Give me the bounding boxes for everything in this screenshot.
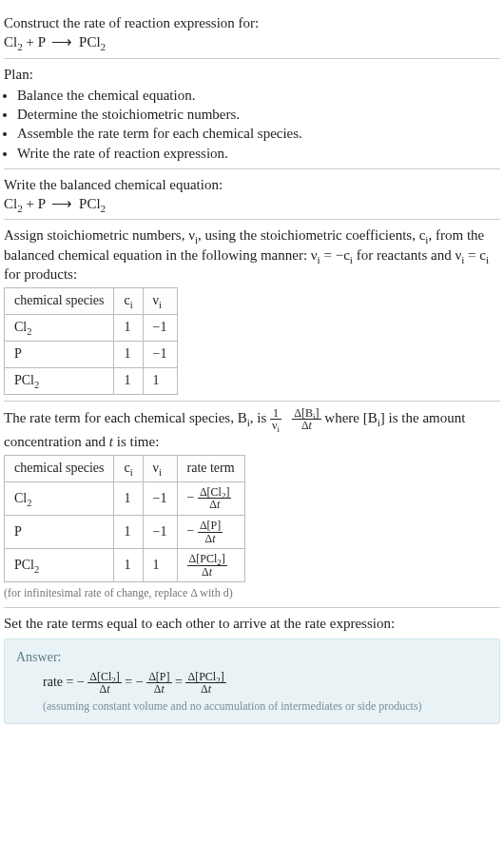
answer-box: Answer: rate = − Δ[Cl2] Δt = − Δ[P] Δt = bbox=[4, 638, 500, 724]
cell-species: PCl2 bbox=[5, 367, 114, 394]
col-species: chemical species bbox=[5, 288, 114, 315]
assumption-note: (assuming constant volume and no accumul… bbox=[16, 698, 488, 714]
cell-species: P bbox=[5, 341, 114, 367]
col-nu: νi bbox=[143, 456, 177, 482]
frac-num: Δ[P] bbox=[198, 520, 223, 533]
frac-num: 1 bbox=[270, 407, 281, 421]
frac-num: Δ[Bi] bbox=[292, 407, 320, 421]
table-row: Cl2 1 −1 bbox=[5, 314, 178, 341]
final-intro: Set the rate terms equal to each other t… bbox=[4, 614, 500, 633]
cell-nu: −1 bbox=[143, 341, 177, 367]
cell-nu: 1 bbox=[143, 367, 177, 394]
cell-c: 1 bbox=[114, 367, 143, 394]
balance-intro: Write the balanced chemical equation: bbox=[4, 175, 500, 194]
cell-nu: −1 bbox=[143, 481, 177, 515]
table-header-row: chemical species ci νi bbox=[5, 288, 178, 315]
stoich-intro: Assign stoichiometric numbers, νi, using… bbox=[4, 226, 500, 284]
rate-frac: Δ[P] Δt bbox=[146, 671, 171, 696]
cell-c: 1 bbox=[114, 549, 143, 582]
rate-prefix: rate = bbox=[43, 675, 77, 689]
frac-num: Δ[P] bbox=[146, 671, 171, 684]
frac-den: Δt bbox=[187, 566, 227, 579]
table-row: Cl2 1 −1 − Δ[Cl2] Δt bbox=[5, 481, 245, 515]
plan-item: Determine the stoichiometric numbers. bbox=[17, 105, 500, 124]
intro-pre: The rate term for each chemical species,… bbox=[4, 410, 270, 425]
frac-one-over-nu: 1 νi bbox=[270, 407, 281, 432]
cell-nu: −1 bbox=[143, 516, 177, 549]
table-row: PCl2 1 1 bbox=[5, 367, 178, 394]
cell-nu: 1 bbox=[143, 549, 177, 582]
table-row: P 1 −1 − Δ[P] Δt bbox=[5, 516, 245, 549]
cell-nu: −1 bbox=[143, 314, 177, 341]
neg-sign: − bbox=[77, 675, 85, 689]
cell-species: Cl2 bbox=[5, 481, 114, 515]
cell-c: 1 bbox=[114, 341, 143, 367]
plan-item: Assemble the rate term for each chemical… bbox=[17, 124, 500, 143]
rate-frac: Δ[Cl2] Δt bbox=[198, 486, 232, 511]
rate-formula: 1 νi Δ[Bi] Δt bbox=[270, 410, 324, 425]
frac-num: Δ[PCl2] bbox=[187, 553, 227, 566]
infinitesimal-note: (for infinitesimal rate of change, repla… bbox=[4, 585, 500, 600]
neg-sign: − bbox=[187, 490, 195, 504]
table-row: P 1 −1 bbox=[5, 341, 178, 367]
rate-term-section: The rate term for each chemical species,… bbox=[4, 402, 500, 608]
rate-frac: Δ[PCl2] Δt bbox=[187, 553, 227, 578]
rate-frac: Δ[Cl2] Δt bbox=[87, 671, 122, 696]
equals: = bbox=[125, 675, 135, 689]
cell-rate: − Δ[Cl2] Δt bbox=[177, 481, 244, 515]
col-nu: νi bbox=[143, 288, 177, 315]
table-header-row: chemical species ci νi rate term bbox=[5, 456, 245, 482]
stoich-table: chemical species ci νi Cl2 1 −1 P 1 −1 P… bbox=[4, 287, 178, 395]
col-c: ci bbox=[114, 288, 143, 315]
table-row: PCl2 1 1 Δ[PCl2] Δt bbox=[5, 549, 245, 582]
frac-dconc-dt: Δ[Bi] Δt bbox=[292, 407, 320, 432]
equals: = bbox=[175, 675, 185, 689]
rate-term-intro: The rate term for each chemical species,… bbox=[4, 407, 500, 451]
cell-rate: Δ[PCl2] Δt bbox=[177, 549, 244, 582]
cell-c: 1 bbox=[114, 516, 143, 549]
frac-num: Δ[Cl2] bbox=[87, 671, 122, 684]
frac-num: Δ[Cl2] bbox=[198, 486, 232, 500]
frac-den: νi bbox=[270, 420, 281, 432]
balanced-equation: Cl2 + P ⟶ PCl2 bbox=[4, 194, 500, 213]
stoich-section: Assign stoichiometric numbers, νi, using… bbox=[4, 220, 500, 401]
answer-label: Answer: bbox=[16, 649, 488, 667]
cell-rate: − Δ[P] Δt bbox=[177, 516, 244, 549]
neg-sign: − bbox=[187, 523, 195, 538]
col-species: chemical species bbox=[5, 456, 114, 482]
frac-den: Δt bbox=[292, 420, 320, 432]
cell-c: 1 bbox=[114, 481, 143, 515]
rate-expression: rate = − Δ[Cl2] Δt = − Δ[P] Δt = bbox=[16, 671, 488, 696]
balance-section: Write the balanced chemical equation: Cl… bbox=[4, 169, 500, 221]
cell-species: P bbox=[5, 516, 114, 549]
col-rate: rate term bbox=[177, 456, 244, 482]
prompt-section: Construct the rate of reaction expressio… bbox=[4, 8, 500, 59]
frac-den: Δt bbox=[198, 499, 232, 511]
frac-den: Δt bbox=[185, 683, 225, 696]
frac-den: Δt bbox=[198, 533, 223, 545]
cell-c: 1 bbox=[114, 314, 143, 341]
prompt-title: Construct the rate of reaction expressio… bbox=[4, 13, 500, 32]
rate-frac: Δ[PCl2] Δt bbox=[185, 671, 225, 696]
plan-item: Balance the chemical equation. bbox=[17, 86, 500, 105]
rate-frac: Δ[P] Δt bbox=[198, 520, 223, 544]
col-c: ci bbox=[114, 456, 143, 482]
plan-label: Plan: bbox=[4, 65, 500, 84]
unbalanced-equation: Cl2 + P ⟶ PCl2 bbox=[4, 32, 500, 51]
plan-section: Plan: Balance the chemical equation. Det… bbox=[4, 59, 500, 169]
cell-species: PCl2 bbox=[5, 549, 114, 582]
frac-den: Δt bbox=[146, 683, 171, 696]
neg-sign: − bbox=[136, 675, 144, 689]
rate-term-table: chemical species ci νi rate term Cl2 1 −… bbox=[4, 455, 245, 582]
final-section: Set the rate terms equal to each other t… bbox=[4, 608, 500, 731]
plan-list: Balance the chemical equation. Determine… bbox=[4, 86, 500, 163]
frac-den: Δt bbox=[87, 683, 122, 696]
plan-item: Write the rate of reaction expression. bbox=[17, 144, 500, 163]
frac-num: Δ[PCl2] bbox=[185, 671, 225, 684]
cell-species: Cl2 bbox=[5, 314, 114, 341]
